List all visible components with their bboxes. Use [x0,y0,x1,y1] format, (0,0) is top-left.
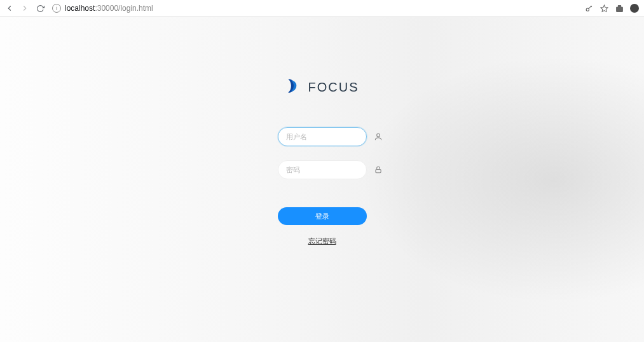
lock-icon [374,165,383,174]
forward-button[interactable] [20,4,29,13]
address-bar[interactable]: i localhost:30000/login.html [50,4,579,13]
svg-point-2 [376,133,380,137]
login-page: FOCUS 登录 忘记密码 [0,17,644,342]
back-button[interactable] [5,4,14,13]
extension-icon[interactable] [615,4,624,13]
app-logo: FOCUS [285,78,359,97]
login-button[interactable]: 登录 [278,207,367,225]
login-panel: FOCUS 登录 忘记密码 [256,78,389,342]
star-icon[interactable] [599,4,608,13]
svg-rect-3 [375,169,380,172]
svg-point-0 [586,8,589,10]
user-icon [374,132,383,141]
logo-mark-icon [285,78,302,97]
site-info-icon[interactable]: i [52,4,61,13]
logo-text: FOCUS [308,80,359,95]
svg-marker-1 [601,5,608,11]
nav-arrows [5,4,45,13]
key-icon[interactable] [584,4,593,13]
password-input[interactable] [286,166,374,174]
profile-avatar[interactable] [630,4,639,13]
username-field[interactable] [278,127,367,146]
browser-toolbar: i localhost:30000/login.html [0,0,644,17]
url-path: :30000/login.html [95,4,153,13]
url-host: localhost [65,4,95,13]
forgot-password-link[interactable]: 忘记密码 [308,236,336,246]
password-field[interactable] [278,160,367,179]
username-input[interactable] [286,133,374,140]
reload-button[interactable] [36,4,45,13]
toolbar-right-icons [584,4,639,13]
